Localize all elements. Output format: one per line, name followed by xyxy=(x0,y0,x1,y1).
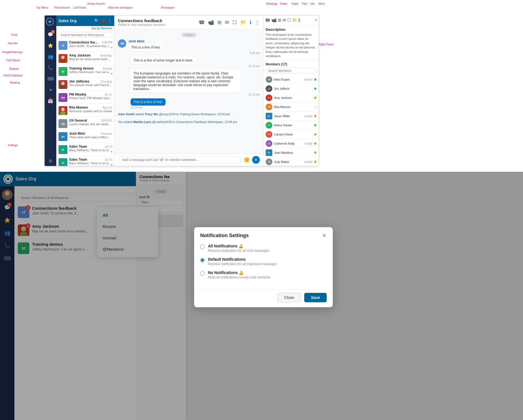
members-search-input[interactable] xyxy=(266,68,316,73)
rp-video-icon[interactable]: 📹 xyxy=(271,17,277,23)
chevron-icon: ▼ xyxy=(110,46,113,49)
member-name: Catherine Kelly xyxy=(274,142,303,145)
sidebar-settings[interactable]: ⚙ xyxy=(45,156,55,166)
rp-close-icon[interactable]: ✕ xyxy=(314,18,318,22)
list-item[interactable]: jm Josh Metz Thursday Their early work w… xyxy=(56,130,114,143)
svg-point-1 xyxy=(61,56,65,59)
sidebar-item-favorite[interactable]: ⭐ xyxy=(45,40,55,50)
message-row: JM Josh Metz This is a line of text. 8:3… xyxy=(118,39,260,55)
ann-feed-search: Feed Search xyxy=(54,6,70,9)
member-name: Arthur Parker xyxy=(274,124,313,127)
list-item[interactable]: Rita Mareen April 22 Resource update sen… xyxy=(56,104,114,117)
member-avatar: JJ xyxy=(266,85,272,92)
rp-mail-icon[interactable]: ✉ xyxy=(282,17,287,23)
feed-search-container xyxy=(56,31,114,39)
item-body: Rita Mareen April 22 Resource update sen… xyxy=(69,106,112,113)
rp-phone-icon[interactable]: ☎ xyxy=(265,17,271,23)
emoji-icon[interactable]: 🙂 xyxy=(244,157,250,163)
member-name: Juan Martinez xyxy=(274,151,313,154)
modal-title: Notification Settings xyxy=(200,233,249,239)
system-link[interactable]: Martha Lynn xyxy=(133,120,151,124)
item-name: Rita Mareen xyxy=(69,106,88,109)
rp-folder-icon[interactable]: 📁 xyxy=(291,17,298,23)
item-body: UX General 10/25/15 Lucero Galvan: Are w… xyxy=(69,119,112,126)
sidebar-item-hub[interactable]: ✦ xyxy=(45,85,55,95)
more-icon[interactable]: ⋮ xyxy=(108,19,112,23)
member-name: Judy Baker xyxy=(274,160,303,163)
member-status xyxy=(314,106,316,108)
item-preview: Macy Williams: There is no touchbaae... xyxy=(69,148,112,152)
list-item[interactable]: cf Connections feedback 4:34 PM John Smi… xyxy=(56,39,114,52)
grid-icon[interactable]: ⊞ xyxy=(217,19,222,25)
system-link[interactable]: John Smith xyxy=(118,112,134,116)
ann-notes: Notes xyxy=(280,2,287,5)
ann-workspace: Workspace xyxy=(161,6,175,9)
item-body: Sales Team Jul 10 Macy Williams: There i… xyxy=(69,158,112,165)
radio-default-notifications[interactable] xyxy=(200,258,205,262)
member-avatar: CR xyxy=(266,131,272,138)
more-menu-icon[interactable]: ⋮ xyxy=(255,19,260,25)
video-icon[interactable]: 📹 xyxy=(208,19,214,25)
item-avatar xyxy=(59,54,67,63)
list-item[interactable]: ug UX General 10/25/15 Lucero Galvan: Ar… xyxy=(56,117,114,130)
message-bubble: The European languages are members of th… xyxy=(131,70,240,93)
feed-sort[interactable]: Sort by Recent ▾ xyxy=(56,26,114,31)
ann-global-search: Global Search xyxy=(87,2,105,5)
item-preview: John Smith: To achieve this, it wo... xyxy=(69,44,112,48)
list-item[interactable]: st Sales Team Jul 10 Macy Williams: Ther… xyxy=(56,156,114,166)
item-avatar: st xyxy=(59,158,67,166)
sidebar-item-dialpad[interactable]: ⌨ xyxy=(45,74,55,84)
option-desc-none: Mute all notifications except chat menti… xyxy=(208,275,270,279)
message-sender: Josh Metz xyxy=(128,39,260,43)
option-label-all: All Notifications 🔔 xyxy=(208,244,269,248)
sidebar-item-call-history[interactable]: 📞 xyxy=(45,63,55,73)
radio-all-notifications[interactable] xyxy=(200,245,205,249)
item-time: Sunday xyxy=(103,67,112,70)
message-content: This is a line of text. 11:14 am xyxy=(131,98,260,109)
phone-icon[interactable]: ☎ xyxy=(199,19,205,25)
sidebar-item-people[interactable]: 👥 xyxy=(45,52,55,62)
mail-icon[interactable]: ✉ xyxy=(225,19,229,25)
rp-check-icon[interactable]: ☐ xyxy=(287,17,291,23)
member-item: JB Judy Baker mobile xyxy=(266,157,316,166)
chat-input[interactable] xyxy=(118,156,242,164)
item-time: Thursday xyxy=(100,80,112,83)
chevron-icon: ▼ xyxy=(110,72,113,75)
member-role: mobile xyxy=(304,142,313,145)
close-modal-button[interactable]: Close xyxy=(277,293,301,302)
feed-search-input[interactable] xyxy=(58,32,113,38)
list-item[interactable]: td Training demos Sunday Jeffery Martins… xyxy=(56,65,114,78)
member-item: RM Rita Mareen xyxy=(266,103,316,112)
save-modal-button[interactable]: Save xyxy=(304,293,327,302)
item-preview: Macy Williams: There is no touchbaae... xyxy=(69,162,112,165)
list-item[interactable]: Amy Jackson yesterday May be we need som… xyxy=(56,52,114,65)
member-status xyxy=(314,115,316,117)
member-avatar: AF xyxy=(266,76,272,83)
rp-grid-icon[interactable]: ⊞ xyxy=(277,17,282,23)
item-preview: Resource update sent to review xyxy=(69,109,112,113)
item-time: Jul 10 xyxy=(105,93,112,96)
member-item: jm Jason Miller mobile xyxy=(266,112,316,121)
rp-info-icon[interactable]: ℹ xyxy=(298,17,301,23)
modal-option-all[interactable]: All Notifications 🔔 Receive notification… xyxy=(200,244,327,253)
member-item: jm Juan Martinez xyxy=(266,148,316,157)
list-item[interactable]: st Sales Team Jul 10 Macy Williams: Ther… xyxy=(56,143,114,156)
svg-point-5 xyxy=(61,108,65,111)
item-avatar: td xyxy=(59,67,67,76)
modal-option-none[interactable]: No Notifications 🔔 Mute all notification… xyxy=(200,270,327,279)
system-link[interactable]: Tracy Wu xyxy=(145,112,158,116)
list-item[interactable]: Jim Jefferies Thursday You should check … xyxy=(56,78,114,91)
modal-close-button[interactable]: ✕ xyxy=(322,232,327,239)
sidebar-item-feed[interactable]: 💬2 xyxy=(45,29,55,39)
add-button[interactable]: + xyxy=(252,156,260,164)
folder-icon[interactable]: 📁 xyxy=(240,19,246,25)
add-workspace-icon[interactable]: 💼 xyxy=(101,19,106,23)
item-avatar: cf xyxy=(59,41,67,50)
modal-option-default[interactable]: Default Notifications Receive notificati… xyxy=(200,257,327,266)
task-icon[interactable]: ☐ xyxy=(232,19,237,25)
sidebar-item-meeting[interactable]: 📅 xyxy=(45,96,55,106)
radio-no-notifications[interactable] xyxy=(200,271,205,276)
info-icon[interactable]: ℹ xyxy=(250,19,252,25)
search-icon[interactable]: 🔍 xyxy=(94,19,99,23)
list-item[interactable]: pw PM Weekly Jul 10 Robert Tack: PM Week… xyxy=(56,91,114,104)
